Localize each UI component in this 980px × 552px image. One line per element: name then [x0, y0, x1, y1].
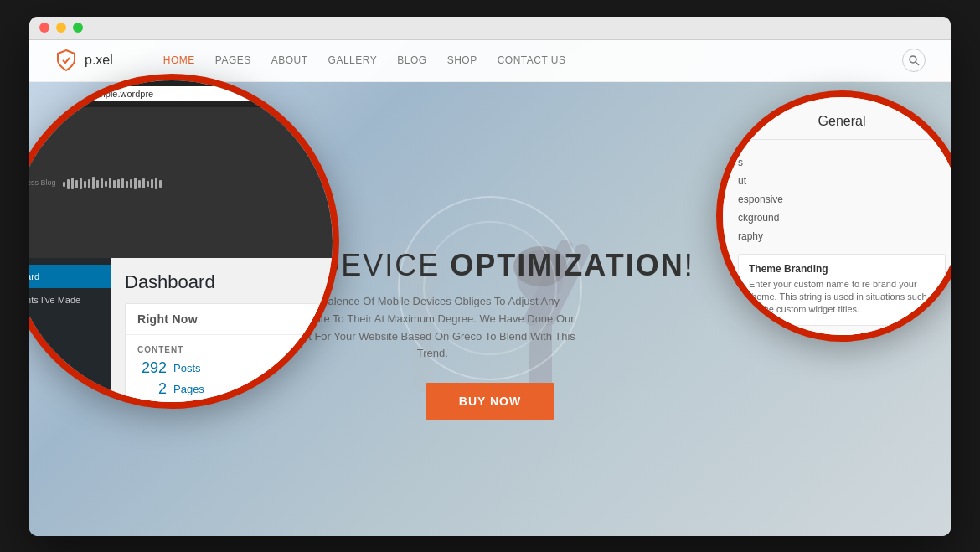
nav-blog[interactable]: BLOG: [397, 54, 426, 66]
maximize-button[interactable]: [73, 23, 83, 33]
search-button[interactable]: [902, 49, 926, 72]
nav-logo: p.xel: [54, 49, 113, 72]
stat-num-posts: 292: [137, 359, 167, 377]
widget-header: Right Now: [126, 304, 318, 335]
svg-rect-13: [71, 178, 74, 189]
nav-gallery[interactable]: GALLERY: [328, 54, 378, 66]
mac-window: p.xel HOME PAGES ABOUT GALLERY BLOG SHOP…: [29, 17, 951, 536]
sidebar-comments-label: ents I've Made: [29, 295, 80, 305]
general-sidebar-responsive[interactable]: esponsive: [738, 190, 946, 209]
general-sidebar-background[interactable]: ckground: [738, 209, 946, 227]
nav-contact[interactable]: CONTACT US: [498, 54, 566, 66]
svg-rect-19: [96, 180, 99, 188]
hero-optimization-label: OPTIMIZATION: [450, 248, 683, 282]
svg-rect-18: [92, 177, 95, 189]
search-icon: [908, 54, 920, 66]
svg-rect-14: [75, 180, 78, 188]
general-sidebar-items: s ut esponsive ckground raphy: [738, 153, 946, 245]
title-bar: [29, 17, 951, 40]
svg-rect-20: [101, 178, 103, 188]
general-sidebar-s[interactable]: s: [738, 153, 946, 172]
svg-rect-25: [121, 178, 124, 188]
svg-rect-34: [159, 180, 162, 188]
stat-label-pages[interactable]: Pages: [173, 383, 204, 395]
svg-point-9: [910, 56, 916, 63]
general-sidebar-typography[interactable]: raphy: [738, 227, 946, 245]
svg-rect-27: [130, 179, 132, 188]
buy-now-button[interactable]: BUY NOW: [426, 383, 554, 420]
logo-text: p.xel: [85, 53, 113, 68]
hero-title: E DEVICE OPTIMIZATION!: [286, 248, 694, 283]
nav-about[interactable]: ABOUT: [271, 54, 308, 66]
nav-links: HOME PAGES ABOUT GALLERY BLOG SHOP CONTA…: [163, 54, 902, 66]
nav-home[interactable]: HOME: [163, 54, 195, 66]
stat-num-categories: 2: [137, 401, 167, 402]
close-button[interactable]: [39, 23, 49, 33]
dashboard-title: Dashboard: [125, 271, 319, 293]
general-circle-overlay: General s ut esponsive ckground raphy Th…: [716, 90, 951, 342]
general-panel-title: General: [738, 114, 946, 140]
svg-line-10: [916, 62, 919, 65]
svg-rect-24: [117, 179, 120, 188]
sidebar-item-dashboard[interactable]: oard: [29, 265, 111, 288]
svg-rect-23: [113, 180, 116, 188]
general-panel: General s ut esponsive ckground raphy Th…: [723, 97, 951, 335]
svg-rect-15: [80, 178, 82, 189]
logo-icon: [54, 49, 78, 72]
svg-rect-28: [134, 178, 137, 189]
widget-title: Right Now: [137, 312, 307, 326]
svg-rect-17: [88, 179, 90, 188]
sidebar-item-comments[interactable]: ents I've Made: [29, 288, 111, 312]
svg-rect-31: [147, 181, 149, 187]
svg-rect-16: [84, 181, 86, 188]
stat-label-posts[interactable]: Posts: [173, 362, 201, 374]
svg-rect-32: [151, 179, 153, 188]
general-sidebar-ut[interactable]: ut: [738, 172, 946, 190]
sidebar-item-posts[interactable]: ts: [29, 312, 111, 335]
stat-num-pages: 2: [137, 380, 167, 398]
general-section-branding: Theme Branding Enter your custom name to…: [738, 254, 946, 326]
svg-rect-12: [67, 179, 70, 189]
svg-rect-26: [126, 181, 128, 188]
audio-waveform: [63, 175, 163, 190]
sidebar-dashboard-label: oard: [29, 271, 39, 281]
branding-title: Theme Branding: [749, 263, 935, 275]
waveform: Press Blog: [29, 107, 333, 258]
nav-shop[interactable]: SHOP: [447, 54, 477, 66]
nav-pages[interactable]: PAGES: [215, 54, 251, 66]
svg-rect-30: [142, 178, 145, 188]
blog-title-small: Press Blog: [29, 178, 56, 187]
svg-rect-11: [63, 182, 65, 187]
svg-rect-29: [138, 180, 141, 188]
content-label: CONTENT: [137, 345, 307, 354]
minimize-button[interactable]: [56, 23, 66, 33]
wordpress-admin: W 🔒 https example.wordpre Press Blog: [29, 80, 333, 402]
hero-exclaim: !: [684, 248, 694, 282]
branding-text: Enter your custom name to re brand your …: [749, 278, 935, 317]
svg-rect-33: [155, 178, 157, 189]
svg-rect-22: [109, 178, 111, 188]
browser-content: p.xel HOME PAGES ABOUT GALLERY BLOG SHOP…: [29, 40, 951, 536]
svg-rect-21: [105, 181, 107, 187]
hero-description: Prevalence Of Mobile Devices Obliges To …: [286, 293, 579, 363]
